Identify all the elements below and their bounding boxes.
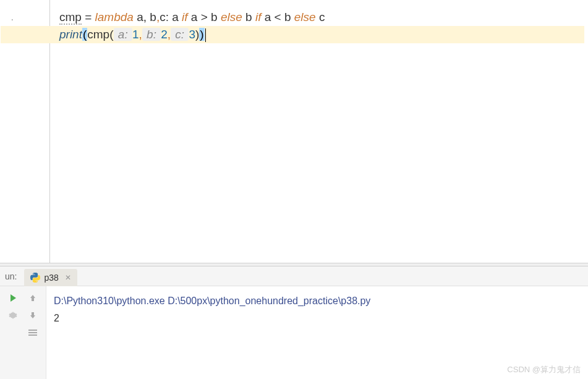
code-line[interactable]: cmp = lambda a, b,c: a if a > b else b i… — [50, 9, 588, 26]
close-icon[interactable]: ✕ — [65, 273, 71, 282]
up-arrow-button[interactable] — [25, 290, 41, 306]
output-line: 2 — [54, 310, 581, 327]
number-literal: 1 — [132, 28, 139, 41]
panel-body: D:\Python310\python.exe D:\500px\python_… — [0, 286, 588, 379]
editor-area: . . cmp = lambda a, b,c: a if a > b else… — [0, 0, 588, 263]
keyword-if: if — [255, 11, 262, 23]
panel-toolbar — [0, 286, 46, 379]
keyword-else: else — [221, 11, 242, 23]
tab-name: p38 — [44, 273, 58, 283]
down-arrow-button[interactable] — [25, 307, 41, 323]
wrap-button[interactable] — [25, 325, 41, 341]
watermark: CSDN @算力鬼才信 — [507, 364, 581, 375]
code-content[interactable]: cmp = lambda a, b,c: a if a > b else b i… — [50, 0, 588, 263]
function-call: cmp — [87, 28, 109, 41]
line-number: . — [0, 9, 14, 26]
svg-rect-2 — [28, 334, 37, 336]
settings-icon[interactable] — [5, 307, 21, 323]
number-literal: 3 — [189, 28, 195, 41]
run-tab[interactable]: p38 ✕ — [24, 269, 77, 286]
svg-rect-1 — [28, 332, 37, 333]
param-hint: b: — [142, 28, 161, 41]
keyword-else: else — [294, 11, 316, 23]
run-button[interactable] — [5, 290, 21, 306]
command-line: D:\Python310\python.exe D:\500px\python_… — [54, 292, 581, 310]
run-panel: un: p38 ✕ — [0, 266, 588, 379]
paren-close: ) — [199, 28, 204, 41]
param-hint: a: — [114, 28, 132, 41]
param-hint: c: — [171, 28, 189, 41]
cursor — [205, 28, 206, 42]
keyword-if: if — [182, 11, 188, 23]
builtin-print: print — [59, 28, 82, 41]
panel-label: un: — [0, 271, 22, 281]
keyword-lambda: lambda — [95, 11, 134, 23]
python-icon — [30, 273, 40, 283]
variable-name: cmp — [59, 11, 82, 25]
svg-rect-0 — [28, 330, 37, 331]
number-literal: 2 — [161, 28, 168, 41]
spacer — [5, 325, 21, 341]
panel-header: un: p38 ✕ — [0, 266, 588, 286]
